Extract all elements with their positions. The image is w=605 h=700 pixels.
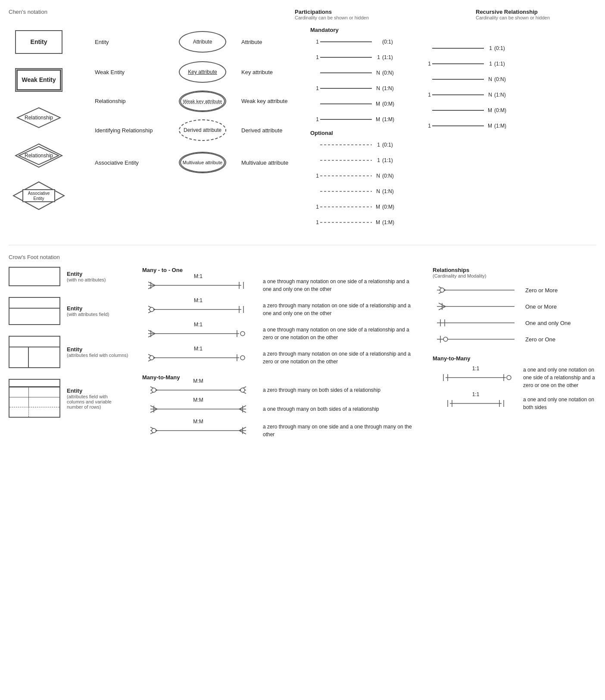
rel-one-and-only: One and only One <box>433 318 596 328</box>
svg-point-52 <box>150 356 154 360</box>
svg-text:Relationship: Relationship <box>25 153 53 159</box>
svg-point-63 <box>240 388 245 392</box>
one-or-more-label: One or More <box>525 303 557 310</box>
weak-entity-box: Weak Entity <box>15 68 62 92</box>
derived-attribute-ellipse: Derived attribute <box>179 119 226 141</box>
mm-row-2: M:M a one through <box>142 404 420 414</box>
weak-key-attribute-ellipse: Weak key attribute <box>179 91 226 112</box>
assoc-entity-label: Associative Entity <box>95 159 139 166</box>
assoc-entity-row: Associative Entity <box>9 178 95 213</box>
crows-entity-cols-sub: (attributes field with columns) <box>67 353 128 358</box>
crows-entity-attr-sub: (with attributes field) <box>67 312 109 317</box>
mandatory-row-4: 1 N (1:N) <box>310 82 418 94</box>
many-to-one-title: Many - to - One <box>142 267 420 273</box>
mm-desc-3: a zero through many on one side and a on… <box>263 423 414 438</box>
recursive-row-4: 1 N (1:N) <box>422 89 539 101</box>
recursive-subtitle: Cardinality can be shown or hidden <box>476 15 596 20</box>
mm-desc-2: a one through many on both sides of a re… <box>263 405 379 413</box>
participations-subtitle: Cardinality can be shown or hidden <box>295 15 476 20</box>
svg-point-38 <box>150 307 154 312</box>
mandatory-row-3: N (0:N) <box>310 67 418 79</box>
crows-entity-simple <box>9 267 60 286</box>
crows-entity-rows-sub: (attributes field with columns and varia… <box>67 394 119 409</box>
multivalue-attribute-ellipse: Multivalue attribute <box>179 152 226 173</box>
mm-line-3 <box>142 425 254 436</box>
m1-desc-3: a one through many notation on one side … <box>263 326 414 341</box>
identifying-relationship-shape: Relationship <box>9 142 69 169</box>
crows-entity-cols-row: Entity (attributes field with columns) <box>9 336 129 368</box>
attribute-ellipse: Attribute <box>179 31 226 53</box>
mandatory-row-2: 1 1 (1:1) <box>310 51 418 63</box>
zero-or-one-label: Zero or One <box>525 336 555 343</box>
relationship-shape: Relationship <box>9 106 69 130</box>
svg-line-28 <box>148 282 155 285</box>
svg-point-47 <box>240 331 245 336</box>
relationships-subtitle: (Cardinality and Modality) <box>433 273 596 278</box>
crows-title: Crow's Foot notation <box>9 254 60 260</box>
entity-shape: Entity <box>9 30 69 54</box>
mm-row-3: M:M a zero through <box>142 423 420 438</box>
weak-key-attribute-label: Weak key attribute <box>237 98 287 104</box>
derived-attribute-label: Derived attribute <box>237 127 282 134</box>
crows-entity-simple-row: Entity (with no attributes) <box>9 267 129 286</box>
rel-zero-or-one: Zero or One <box>433 334 596 344</box>
optional-row-6: 1 M (1:M) <box>310 216 418 228</box>
crows-entity-attr <box>9 297 60 325</box>
m1-line-1 <box>142 280 254 291</box>
weak-entity-shape: Weak Entity <box>9 68 69 92</box>
assoc-entity-shape-svg: Associative Entity <box>11 180 67 211</box>
svg-text:Associative: Associative <box>28 191 50 196</box>
optional-row-1: 1 (0:1) <box>310 139 418 151</box>
zero-or-one-line <box>433 334 519 344</box>
m1-desc-4: a zero through many notation on one side… <box>263 350 414 366</box>
weak-entity-row: Weak Entity <box>9 65 95 95</box>
entity-box: Entity <box>15 30 62 54</box>
11-line-2 <box>433 398 519 409</box>
recursive-row-1: 1 (0:1) <box>422 42 539 54</box>
m1-line-2 <box>142 304 254 315</box>
crows-entity-rows-row: Entity (attributes field with columns an… <box>9 379 129 418</box>
one-and-only-label: One and only One <box>525 320 571 326</box>
recursive-row-2: 1 1 (1:1) <box>422 58 539 70</box>
key-attribute-ellipse: Key attribute <box>179 61 226 83</box>
optional-row-3: 1 N (0:N) <box>310 170 418 182</box>
chens-title: Chen's notation <box>9 9 47 20</box>
optional-label: Optional <box>310 130 333 136</box>
assoc-entity-shape: Associative Entity <box>9 180 69 211</box>
11-desc-1: a one and only one notation on one side … <box>523 366 596 389</box>
many-to-many-title: Many-to-Many <box>142 374 420 381</box>
m1-desc-1: a one through many notation on one side … <box>263 278 414 293</box>
weak-entity-label: Weak Entity <box>95 69 125 75</box>
m1-desc-2: a zero through many notation on one side… <box>263 302 414 317</box>
identifying-relationship-diamond: Relationship <box>13 142 65 169</box>
crows-entity-simple-sub: (with no attributes) <box>67 277 106 282</box>
optional-row-4: N (1:N) <box>310 185 418 197</box>
svg-line-42 <box>148 330 155 334</box>
svg-point-85 <box>440 288 444 292</box>
participations-title: Participations <box>295 9 476 15</box>
crows-entity-attr-label: Entity <box>67 305 109 312</box>
optional-row-2: 1 (1:1) <box>310 154 418 166</box>
relationship-diamond: Relationship <box>15 106 62 130</box>
relationship-row: Relationship <box>9 103 95 133</box>
recursive-title: Recursive Relationship <box>476 9 596 15</box>
m1-line-3 <box>142 328 254 339</box>
many-to-many2-title: Many-to-Many <box>433 355 596 362</box>
svg-line-43 <box>148 334 155 337</box>
m1-row-3: M:1 a one through many notation <box>142 326 420 341</box>
mm-row-1: M:M a zero through <box>142 385 420 395</box>
svg-point-100 <box>507 375 511 380</box>
zero-or-more-line <box>433 285 519 295</box>
one-and-only-line <box>433 318 519 328</box>
rel-zero-or-more: Zero or More <box>433 285 596 295</box>
svg-point-54 <box>240 356 245 360</box>
recursive-row-3: N (0:N) <box>422 73 539 85</box>
11-line-1 <box>433 372 519 383</box>
crows-entity-rows <box>9 379 60 418</box>
one-or-more-line <box>433 301 519 312</box>
mm-desc-1: a zero through many on both sides of a r… <box>263 386 380 394</box>
m1-line-4 <box>142 353 254 363</box>
11-desc-2: a one and only one notation on both side… <box>523 396 596 411</box>
chens-section: Chen's notation Participations Cardinali… <box>9 9 596 232</box>
m1-row-1: M:1 a one through <box>142 278 420 293</box>
